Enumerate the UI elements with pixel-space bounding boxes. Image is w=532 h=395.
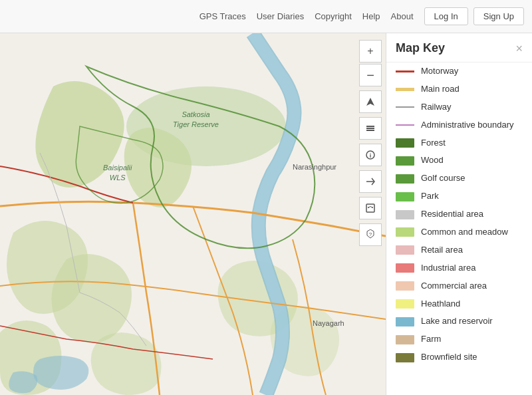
svg-marker-2	[366, 98, 374, 106]
lake-label: Lake and reservoir	[421, 316, 493, 327]
nav-copyright[interactable]: Copyright	[315, 11, 352, 21]
nav-user-diaries[interactable]: User Diaries	[257, 11, 305, 21]
residential-label: Residential area	[421, 209, 483, 220]
key-golf-course: Golf course	[386, 170, 532, 188]
golf-course-label: Golf course	[421, 173, 465, 184]
map-key-header: Map Key ×	[386, 33, 532, 63]
key-forest: Forest	[386, 134, 532, 152]
key-heathland: Heathland	[386, 295, 532, 313]
brownfield-label: Brownfield site	[421, 352, 477, 363]
login-button[interactable]: Log In	[424, 7, 468, 25]
main-road-label: Main road	[421, 84, 460, 95]
key-motorway: Motorway	[386, 63, 532, 80]
key-park: Park	[386, 188, 532, 205]
svg-rect-3	[366, 126, 374, 127]
share-button[interactable]	[359, 170, 382, 193]
key-lake: Lake and reservoir	[386, 313, 532, 330]
residential-swatch	[396, 210, 414, 219]
layers-button[interactable]	[359, 117, 382, 140]
map[interactable]: SatkosiaTiger Reserve BaisipaliiWLS Nara…	[0, 33, 386, 395]
auth-buttons: Log In Sign Up	[424, 7, 524, 25]
nav-about[interactable]: About	[391, 11, 414, 21]
retail-label: Retail area	[421, 245, 463, 256]
header: GPS Traces User Diaries Copyright Help A…	[0, 0, 532, 33]
golf-course-swatch	[396, 174, 414, 184]
key-main-road: Main road	[386, 80, 532, 98]
admin-boundary-swatch	[396, 124, 414, 126]
svg-rect-8	[366, 204, 374, 212]
map-key-title: Map Key	[396, 41, 445, 55]
heathland-label: Heathland	[421, 299, 460, 310]
park-swatch	[396, 192, 414, 201]
notes-button[interactable]	[359, 197, 382, 219]
main-road-swatch	[396, 88, 414, 91]
main-area: SatkosiaTiger Reserve BaisipaliiWLS Nara…	[0, 33, 532, 395]
farm-swatch	[396, 335, 414, 344]
meadow-label: Common and meadow	[421, 227, 508, 238]
commercial-label: Commercial area	[421, 281, 487, 292]
key-admin-boundary: Administrative boundary	[386, 116, 532, 134]
lake-swatch	[396, 317, 414, 327]
svg-point-10	[372, 207, 373, 208]
nav: GPS Traces User Diaries Copyright Help A…	[200, 11, 414, 21]
help-button[interactable]: ?	[359, 223, 382, 246]
industrial-label: Industrial area	[421, 263, 475, 274]
zoom-in-button[interactable]: +	[359, 40, 382, 63]
brownfield-swatch	[396, 353, 414, 362]
commercial-swatch	[396, 281, 414, 291]
key-railway: Railway	[386, 98, 532, 116]
nav-help[interactable]: Help	[362, 11, 380, 21]
map-key-close-button[interactable]: ×	[515, 43, 523, 55]
map-key-panel: Map Key × Motorway Main road Railway Adm…	[386, 33, 532, 395]
key-wood: Wood	[386, 152, 532, 170]
key-commercial: Commercial area	[386, 277, 532, 295]
heathland-swatch	[396, 299, 414, 309]
retail-swatch	[396, 245, 414, 255]
industrial-swatch	[396, 263, 414, 273]
svg-point-9	[368, 207, 369, 208]
key-residential: Residential area	[386, 205, 532, 223]
farm-label: Farm	[421, 334, 441, 345]
key-meadow: Common and meadow	[386, 223, 532, 241]
railway-swatch	[396, 106, 414, 108]
map-controls: + − i	[359, 40, 382, 247]
geolocate-button[interactable]	[359, 90, 382, 113]
svg-rect-4	[366, 128, 374, 129]
zoom-out-button[interactable]: −	[359, 64, 382, 86]
forest-label: Forest	[421, 138, 446, 149]
nav-gps-traces[interactable]: GPS Traces	[200, 11, 246, 21]
admin-boundary-label: Administrative boundary	[421, 120, 513, 131]
wood-label: Wood	[421, 155, 444, 166]
park-label: Park	[421, 191, 439, 202]
railway-label: Railway	[421, 102, 452, 113]
key-brownfield: Brownfield site	[386, 348, 532, 366]
motorway-swatch	[396, 70, 414, 72]
signup-button[interactable]: Sign Up	[473, 7, 524, 25]
svg-text:i: i	[370, 152, 372, 159]
forest-swatch	[396, 138, 414, 148]
key-retail: Retail area	[386, 241, 532, 259]
key-farm: Farm	[386, 330, 532, 348]
key-industrial: Industrial area	[386, 259, 532, 277]
meadow-swatch	[396, 227, 414, 237]
wood-swatch	[396, 156, 414, 166]
motorway-label: Motorway	[421, 66, 458, 77]
svg-text:?: ?	[369, 231, 372, 237]
info-button[interactable]: i	[359, 144, 382, 166]
svg-rect-5	[366, 130, 374, 131]
